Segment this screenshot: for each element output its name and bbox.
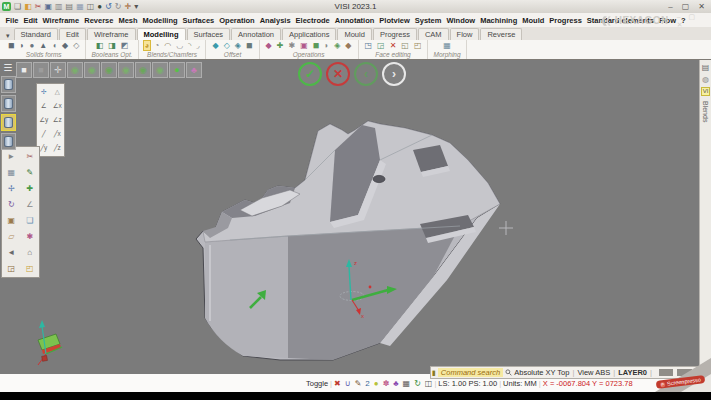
block-solid-icon[interactable]: ◼ — [7, 41, 16, 50]
add-tool-icon[interactable]: ✚ — [21, 180, 40, 196]
settings-icon[interactable]: ◍ — [702, 75, 709, 84]
tab-dropdown-icon[interactable]: ▾ — [2, 32, 14, 40]
menu-item[interactable]: Reverse — [82, 16, 116, 25]
vi-badge[interactable]: VI — [701, 87, 711, 96]
intersect-icon[interactable]: ◩ — [120, 41, 130, 50]
menu-item[interactable]: Plotview — [377, 16, 412, 25]
menu-item[interactable]: System — [412, 16, 444, 25]
ribbon-tab[interactable]: CAM — [418, 28, 449, 40]
body-visibility-3-button[interactable] — [1, 114, 16, 131]
pencil-tool-icon[interactable]: ✎ — [21, 164, 40, 180]
sheet-tool-icon[interactable]: ❏ — [21, 212, 40, 228]
menu-item[interactable]: Edit — [21, 16, 40, 25]
body-visibility-4-button[interactable] — [1, 133, 16, 150]
menu-item[interactable]: Mould — [520, 16, 547, 25]
line-icon[interactable]: ╱ — [37, 127, 51, 141]
line-x-icon[interactable]: ╱x — [51, 127, 65, 141]
menu-item[interactable]: Machining — [478, 16, 520, 25]
move-free-icon[interactable]: ✢ — [37, 85, 51, 99]
flower-snap-icon[interactable]: ✽ — [383, 379, 390, 388]
union-icon[interactable]: ◧ — [95, 41, 105, 50]
ribbon-tab[interactable]: Mould — [337, 28, 371, 40]
corner-blend-icon[interactable]: ◝ — [187, 41, 192, 50]
shell-icon[interactable]: ◈ — [234, 41, 242, 50]
save-all-icon[interactable]: ▥ — [55, 1, 63, 12]
scale-icon[interactable]: ◆ — [344, 41, 352, 50]
sphere-solid-icon[interactable]: ● — [28, 41, 35, 50]
torus-solid-icon[interactable]: ◖ — [51, 41, 58, 50]
thicken-icon[interactable]: ◼ — [245, 41, 254, 50]
body-visibility-1-button[interactable] — [1, 76, 16, 93]
tools-icon[interactable]: ✂ — [35, 1, 42, 12]
offset-face-icon[interactable]: ◇ — [223, 41, 231, 50]
view-wheel-4-button[interactable]: ◉ — [118, 62, 134, 78]
morph-icon[interactable]: ▦ — [442, 41, 452, 50]
menu-item[interactable]: Window — [444, 16, 478, 25]
star-tool-icon[interactable]: ✱ — [21, 228, 40, 244]
probe-button[interactable]: ✛ — [50, 62, 66, 78]
refresh-snap-icon[interactable]: ↻ — [414, 379, 421, 388]
sidebar-menu-icon[interactable]: ☰ — [4, 62, 13, 74]
stamp-snap-icon[interactable]: ✎ — [355, 379, 362, 388]
menu-item[interactable]: Electrode — [293, 16, 332, 25]
numeric-snap-icon[interactable]: 2 — [365, 379, 369, 388]
confirm-button[interactable]: ✓ — [298, 62, 322, 86]
core-icon[interactable]: ◼ — [312, 41, 321, 50]
cancel-button[interactable]: ✕ — [326, 62, 350, 86]
body-visibility-2-button[interactable] — [1, 95, 16, 112]
cavity-icon[interactable]: ▣ — [299, 41, 309, 50]
menu-item[interactable]: Wireframe — [40, 16, 82, 25]
trim-body-icon[interactable]: ✚ — [276, 41, 285, 50]
new-document-icon[interactable]: ❏ — [14, 1, 21, 12]
maximize-button[interactable]: ▢ — [682, 2, 690, 11]
replace-face-icon[interactable]: ◱ — [400, 41, 410, 50]
save-icon[interactable]: ▣ — [44, 1, 52, 12]
display-plane-button[interactable]: ■ — [16, 62, 32, 78]
globe-icon[interactable]: ● — [97, 1, 102, 12]
folder-tool-icon[interactable]: ◰ — [21, 260, 40, 276]
sew-icon[interactable]: ✱ — [287, 41, 296, 50]
home-tool-icon[interactable]: ⌂ — [21, 244, 40, 260]
ribbon-tab[interactable]: Edit — [59, 28, 86, 40]
axis-z-icon[interactable]: ∠z — [51, 113, 65, 127]
print-icon[interactable]: ▤ — [66, 1, 74, 12]
customize-icon[interactable]: ✛ — [125, 1, 132, 12]
scale-indicator[interactable]: LS: 1.00 PS: 1.00 — [438, 379, 497, 388]
view-wheel-5-button[interactable]: ◉ — [135, 62, 151, 78]
rotate-tool-icon[interactable]: ↻ — [2, 196, 21, 212]
cut-tool-icon[interactable]: ✂ — [21, 148, 40, 164]
menu-item[interactable]: Analysis — [257, 16, 293, 25]
split-body-icon[interactable]: ◆ — [265, 41, 273, 50]
menu-item[interactable]: File — [3, 16, 21, 25]
minimize-button[interactable]: – — [668, 2, 672, 11]
view-wheel-6-button[interactable]: ◉ — [152, 62, 168, 78]
cad-model-solid[interactable] — [196, 121, 500, 360]
view-wheel-2-button[interactable]: ◉ — [84, 62, 100, 78]
next-button[interactable]: › — [382, 62, 406, 86]
command-search-field[interactable]: Command search — [438, 368, 503, 377]
ribbon-tab[interactable]: Flow — [450, 28, 480, 40]
menu-item[interactable]: Surfaces — [180, 16, 217, 25]
view-wheel-3-button[interactable]: ◉ — [101, 62, 117, 78]
layer-indicator[interactable]: LAYER0 — [618, 368, 647, 377]
ribbon-tab[interactable]: Standard — [14, 28, 58, 40]
frame-tool-icon[interactable]: ▦ — [2, 164, 21, 180]
axis-y-icon[interactable]: ∠y — [37, 113, 51, 127]
view-abs-indicator[interactable]: View ABS — [577, 368, 610, 377]
search-icon[interactable] — [505, 368, 512, 377]
angle-tool-icon[interactable]: ∠ — [21, 196, 40, 212]
ribbon-tab[interactable]: Reverse — [480, 28, 522, 40]
flag-tool-icon[interactable]: ◄ — [2, 244, 21, 260]
patch-tool-icon[interactable]: ▱ — [2, 228, 21, 244]
display-plane-2-button[interactable]: ■ — [33, 62, 49, 78]
ellipse-snap-icon[interactable]: ● — [374, 379, 379, 388]
toggle-label[interactable]: Toggle — [306, 379, 328, 388]
menu-item[interactable]: Progress — [547, 16, 585, 25]
menu-item[interactable]: Modelling — [140, 16, 180, 25]
axis-x-icon[interactable]: ∠x — [51, 99, 65, 113]
line-z-icon[interactable]: ╱z — [51, 141, 65, 155]
chamfer-icon[interactable]: ◔ — [153, 41, 160, 50]
extend-face-icon[interactable]: ◰ — [413, 41, 423, 50]
magnet-snap-icon[interactable]: ∪ — [345, 379, 351, 388]
subtract-icon[interactable]: ◨ — [107, 41, 117, 50]
